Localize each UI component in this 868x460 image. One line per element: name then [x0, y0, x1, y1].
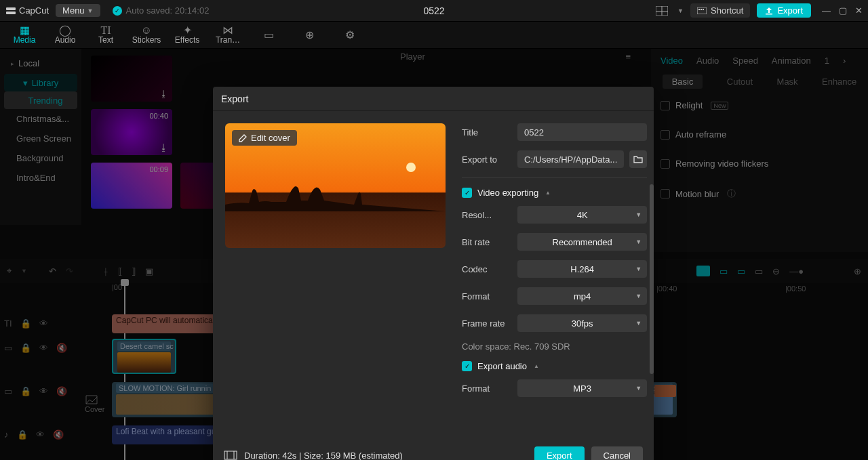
keyboard-icon: [697, 7, 707, 14]
divider: [462, 177, 647, 178]
minimize-icon[interactable]: —: [822, 5, 831, 16]
video-export-section[interactable]: ✓ Video exporting ▲: [462, 188, 647, 198]
chevron-down-icon: ▼: [635, 211, 642, 218]
export-label: Export: [777, 5, 803, 16]
menu-button[interactable]: Menu▼: [56, 4, 100, 17]
app-name: CapCut: [19, 5, 49, 16]
tab-extra3[interactable]: ⚙: [330, 30, 370, 40]
cover-preview: Edit cover: [225, 123, 446, 248]
svg-rect-5: [697, 7, 707, 14]
capcut-icon: [5, 5, 16, 16]
audio-export-label: Export audio: [477, 361, 527, 371]
chevron-down-icon: ▼: [635, 385, 642, 392]
bitrate-select[interactable]: Recommended▼: [517, 233, 647, 251]
codec-label: Codec: [462, 264, 517, 274]
tab-stickers[interactable]: ☺Stickers: [126, 26, 167, 45]
svg-rect-7: [701, 9, 702, 10]
collapse-icon[interactable]: ▲: [545, 190, 551, 196]
tab-transitions[interactable]: ⋈Tran…: [208, 26, 248, 45]
scrollbar[interactable]: [650, 184, 654, 374]
framerate-select[interactable]: 30fps▼: [517, 314, 647, 332]
collapse-icon[interactable]: ▲: [534, 363, 539, 369]
audio-export-checkbox[interactable]: ✓: [462, 361, 472, 371]
chevron-down-icon: ▼: [87, 7, 94, 14]
title-label: Title: [462, 127, 517, 138]
chevron-down-icon: ▼: [635, 320, 642, 327]
bitrate-label: Bit rate: [462, 237, 517, 247]
framerate-label: Frame rate: [462, 318, 517, 329]
autosave-indicator: ✓ Auto saved: 20:14:02: [113, 5, 210, 16]
project-title: 0522: [423, 5, 444, 16]
tab-extra1[interactable]: ▭: [248, 30, 289, 40]
autosave-text: Auto saved: 20:14:02: [126, 5, 210, 16]
export-button-top[interactable]: Export: [757, 3, 811, 18]
resolution-label: Resol...: [462, 210, 517, 220]
asset-tabs: ▦Media ◯Audio TIText ☺Stickers ✦Effects …: [0, 22, 868, 49]
export-dialog: Export Edit cover Title 0522: [213, 87, 654, 460]
tab-effects[interactable]: ✦Effects: [167, 26, 208, 45]
pencil-icon: [239, 134, 247, 142]
menu-label: Menu: [62, 5, 85, 16]
format-select[interactable]: mp4▼: [517, 287, 647, 305]
sun-icon: [406, 163, 416, 172]
chevron-down-icon: ▼: [635, 238, 642, 245]
silhouette: [225, 184, 446, 211]
audio-export-section[interactable]: ✓ Export audio ▲: [462, 361, 647, 371]
video-export-checkbox[interactable]: ✓: [462, 188, 472, 198]
edit-cover-label: Edit cover: [251, 133, 290, 143]
chevron-down-icon: ▼: [635, 266, 642, 272]
browse-folder-button[interactable]: [629, 150, 647, 168]
close-icon[interactable]: ✕: [855, 5, 863, 16]
format-label: Format: [462, 291, 517, 301]
dialog-footer: Duration: 42s | Size: 159 MB (estimated)…: [213, 438, 654, 460]
exportto-input[interactable]: C:/Users/HP/AppData...: [517, 150, 624, 168]
title-input[interactable]: 0522: [517, 123, 647, 141]
film-icon: [224, 451, 237, 460]
export-meta: Duration: 42s | Size: 159 MB (estimated): [244, 451, 403, 461]
svg-rect-10: [224, 451, 237, 459]
edit-cover-button[interactable]: Edit cover: [232, 130, 297, 146]
dialog-title: Export: [213, 87, 654, 111]
folder-icon: [633, 155, 643, 163]
export-form: Title 0522 Export to C:/Users/HP/AppData…: [462, 123, 647, 438]
upload-icon: [765, 7, 773, 15]
titlebar: CapCut Menu▼ ✓ Auto saved: 20:14:02 0522…: [0, 0, 868, 22]
resolution-select[interactable]: 4K▼: [517, 206, 647, 224]
tab-extra2[interactable]: ⊕: [289, 30, 330, 40]
chevron-down-icon: ▼: [677, 7, 684, 14]
maximize-icon[interactable]: ▢: [839, 5, 847, 16]
tab-audio[interactable]: ◯Audio: [45, 26, 85, 45]
svg-rect-1: [6, 12, 16, 14]
svg-rect-8: [703, 9, 704, 10]
exportto-label: Export to: [462, 154, 517, 165]
export-confirm-button[interactable]: Export: [534, 446, 585, 460]
cancel-button[interactable]: Cancel: [591, 446, 643, 460]
check-icon: ✓: [113, 6, 122, 16]
shortcut-label: Shortcut: [711, 5, 743, 16]
svg-rect-6: [698, 9, 700, 10]
video-export-label: Video exporting: [477, 188, 538, 198]
tab-media[interactable]: ▦Media: [4, 26, 45, 45]
colorspace-note: Color space: Rec. 709 SDR: [462, 341, 647, 352]
shortcut-button[interactable]: Shortcut: [690, 3, 750, 18]
audio-format-select[interactable]: MP3▼: [517, 379, 647, 397]
layout-icon[interactable]: [653, 3, 671, 18]
chevron-down-icon: ▼: [635, 293, 642, 299]
audio-format-label: Format: [462, 383, 517, 394]
svg-rect-0: [6, 7, 16, 10]
codec-select[interactable]: H.264▼: [517, 260, 647, 278]
tab-text[interactable]: TIText: [85, 26, 126, 45]
app-logo: CapCut: [5, 5, 49, 16]
svg-rect-9: [766, 14, 772, 15]
